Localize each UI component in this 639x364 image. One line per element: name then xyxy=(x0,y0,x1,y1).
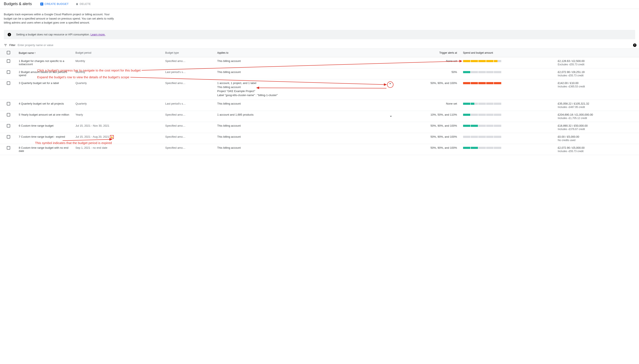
intro-text: Budgets track expenses within a Google C… xyxy=(0,9,119,28)
col-applies[interactable]: Applies to xyxy=(216,48,395,57)
trigger-alerts-cell: 50% xyxy=(395,68,461,79)
spend-cell xyxy=(461,144,554,155)
applies-to-cell: 1 account, 1 project, and 1 labelThis bi… xyxy=(216,79,395,100)
budget-period-cell: Quarterly xyxy=(74,100,163,111)
progress-bar[interactable] xyxy=(463,82,501,84)
budget-type-cell: Last period's s… xyxy=(164,68,216,79)
budget-name-cell[interactable]: 2 Budget amount based on last period's s… xyxy=(17,68,74,79)
table-row: 1 Budget for charges not specific to a s… xyxy=(0,57,639,68)
progress-bar[interactable] xyxy=(463,103,501,105)
applies-to-cell: This billing account xyxy=(216,100,395,111)
plus-icon: + xyxy=(40,2,43,6)
trigger-alerts-cell: 10%, 50%, and 110% xyxy=(395,111,461,122)
table-row: 5 Yearly budget amount set at one millio… xyxy=(0,111,639,122)
col-type[interactable]: Budget type xyxy=(164,48,216,57)
budget-type-cell: Specified amo… xyxy=(164,111,216,122)
budget-type-cell: Specified amo… xyxy=(164,57,216,68)
table-row: 2 Budget amount based on last period's s… xyxy=(0,68,639,79)
filter-label: Filter xyxy=(9,44,16,47)
budget-name-cell[interactable]: 6 Custom time range budget xyxy=(17,122,74,133)
budget-name-cell[interactable]: 4 Quarterly budget set for all projects xyxy=(17,100,74,111)
budget-name-cell[interactable]: 3 Quarterly budget set for a label xyxy=(17,79,74,100)
progress-bar[interactable] xyxy=(463,125,501,127)
trigger-alerts-cell: None set xyxy=(395,100,461,111)
spend-cell xyxy=(461,133,554,144)
filter-input[interactable] xyxy=(18,44,635,47)
amount-cell: £2,072.90 / £9,251.19Includes -£55.73 cr… xyxy=(554,68,639,79)
applies-to-cell: 1 account and 1,685 products⌄ xyxy=(216,111,395,122)
trigger-alerts-cell: 50%, 90%, and 100% xyxy=(395,133,461,144)
applies-to-cell: This billing account xyxy=(216,68,395,79)
spend-cell xyxy=(461,122,554,133)
row-checkbox[interactable] xyxy=(7,102,10,106)
progress-bar[interactable] xyxy=(463,71,501,73)
create-budget-button[interactable]: + CREATE BUDGET xyxy=(40,2,69,6)
spend-cell xyxy=(461,100,554,111)
progress-bar[interactable] xyxy=(463,114,501,116)
table-row: 7 Custom time range budget - expiredJul … xyxy=(0,133,639,144)
row-checkbox[interactable] xyxy=(7,60,10,63)
delete-button[interactable]: DELETE xyxy=(76,2,91,6)
amount-cell: £35,058.22 / £105,321.32Includes -£487.9… xyxy=(554,100,639,111)
trigger-alerts-cell: 50%, 90%, and 100% xyxy=(395,79,461,100)
progress-bar[interactable] xyxy=(463,136,501,138)
trash-icon xyxy=(76,2,79,6)
table-row: 3 Quarterly budget set for a labelQuarte… xyxy=(0,79,639,100)
col-period[interactable]: Budget period xyxy=(74,48,163,57)
info-banner-text: Setting a budget does not cap resource o… xyxy=(16,33,91,36)
col-spend[interactable]: Spend and budget amount xyxy=(461,48,554,57)
delete-label: DELETE xyxy=(80,2,91,6)
expand-row-button[interactable]: ⌄ xyxy=(388,113,393,118)
row-checkbox[interactable] xyxy=(7,82,10,85)
budget-type-cell: Specified amo… xyxy=(164,122,216,133)
budget-name-cell[interactable]: 8 Custom time range budget with no end d… xyxy=(17,144,74,155)
table-row: 8 Custom time range budget with no end d… xyxy=(0,144,639,155)
budget-name-cell[interactable]: 1 Budget for charges not specific to a s… xyxy=(17,57,74,68)
budget-period-cell: Jul 15, 2021 - Nov 30, 2021 xyxy=(74,122,163,133)
amount-cell: £142.00 / £10.00Includes -£365.53 credit xyxy=(554,79,639,100)
col-name[interactable]: Budget name↑ xyxy=(17,48,74,57)
info-banner: i Setting a budget does not cap resource… xyxy=(4,30,635,39)
page-title: Budgets & alerts xyxy=(4,2,32,6)
budget-period-cell: Yearly xyxy=(74,111,163,122)
budget-period-cell: Sep 1, 2021 - no end date xyxy=(74,144,163,155)
budget-period-cell: Monthly xyxy=(74,68,163,79)
sort-asc-icon: ↑ xyxy=(34,51,36,54)
table-row: 4 Quarterly budget set for all projectsQ… xyxy=(0,100,639,111)
applies-to-cell: This billing account xyxy=(216,133,395,144)
select-all-checkbox[interactable] xyxy=(7,51,10,54)
create-budget-label: CREATE BUDGET xyxy=(45,2,69,6)
amount-cell: £2,072.90 / £5,000.00Includes -£55.73 cr… xyxy=(554,144,639,155)
budget-name-cell[interactable]: 7 Custom time range budget - expired xyxy=(17,133,74,144)
amount-cell: £18,890.32 / £50,000.00Includes -£376.67… xyxy=(554,122,639,133)
help-icon[interactable]: ? xyxy=(633,44,636,47)
budget-period-cell: Jul 15, 2021 - Aug 20, 2021 xyxy=(74,133,163,144)
budgets-table: Budget name↑ Budget period Budget type A… xyxy=(0,48,639,155)
col-trigger[interactable]: Trigger alerts at xyxy=(395,48,461,57)
table-row: 6 Custom time range budgetJul 15, 2021 -… xyxy=(0,122,639,133)
amount-cell: £0.00 / £5,000.00No credits used xyxy=(554,133,639,144)
budget-type-cell: Specified amo… xyxy=(164,144,216,155)
progress-bar[interactable] xyxy=(463,60,501,62)
budget-name-cell[interactable]: 5 Yearly budget amount set at one millio… xyxy=(17,111,74,122)
progress-bar[interactable] xyxy=(463,147,501,149)
budget-type-cell: Last period's s… xyxy=(164,100,216,111)
row-checkbox[interactable] xyxy=(7,124,10,128)
spend-cell xyxy=(461,111,554,122)
budget-period-cell: Monthly xyxy=(74,57,163,68)
info-icon: i xyxy=(8,33,11,36)
amount-cell: £2,128.63 / £2,500.00Excludes -£55.73 cr… xyxy=(554,57,639,68)
applies-to-cell: This billing account xyxy=(216,122,395,133)
amount-cell: £204,690.18 / £1,000,000.00Includes -£1,… xyxy=(554,111,639,122)
expand-row-button[interactable]: ⌃ xyxy=(387,82,393,88)
spend-cell xyxy=(461,68,554,79)
applies-to-cell: This billing account xyxy=(216,144,395,155)
row-checkbox[interactable] xyxy=(7,113,10,116)
applies-to-cell: This billing account xyxy=(216,57,395,68)
row-checkbox[interactable] xyxy=(7,135,10,138)
row-checkbox[interactable] xyxy=(7,70,10,74)
learn-more-link[interactable]: Learn more. xyxy=(91,33,106,36)
budget-type-cell: Specified amo… xyxy=(164,79,216,100)
row-checkbox[interactable] xyxy=(7,146,10,150)
trigger-alerts-cell: 50%, 90%, and 100% xyxy=(395,144,461,155)
